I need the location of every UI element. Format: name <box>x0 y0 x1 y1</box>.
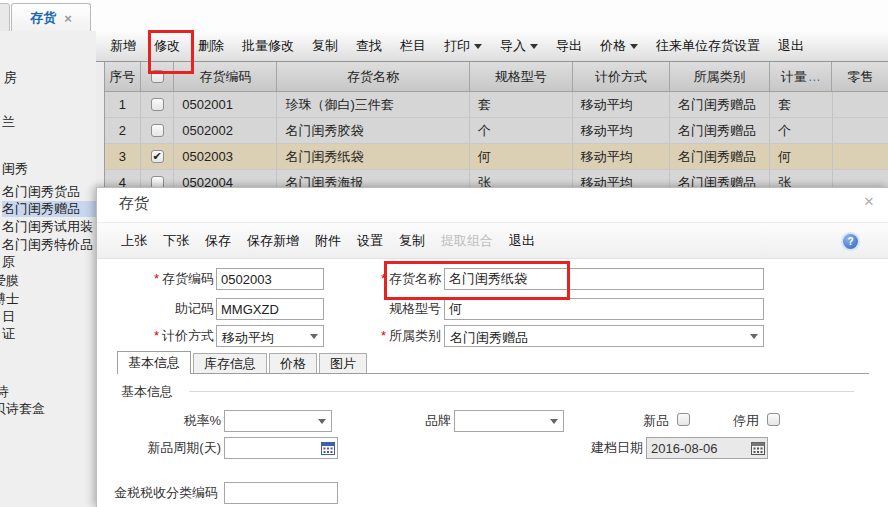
table-row[interactable]: 1 0502001 珍珠（御白)三件套 套 移动平均 名门闺秀赠品 套 <box>105 92 888 118</box>
save-button[interactable]: 保存 <box>205 232 231 250</box>
tab-content-border <box>117 373 869 374</box>
tab-bar: 存货 × <box>0 0 888 32</box>
exit-button[interactable]: 退出 <box>778 37 804 55</box>
extract-combo-button-disabled: 提取组合 <box>441 232 493 250</box>
col-header-code[interactable]: 存货编码 <box>174 62 277 91</box>
col-header-select[interactable] <box>141 62 175 91</box>
sidebar-item-selected[interactable]: 名门闺秀赠品 <box>2 201 96 217</box>
table-row[interactable]: 2 0502002 名门闺秀胶袋 个 移动平均 名门闺秀赠品 个 <box>105 118 888 144</box>
chevron-down-icon <box>750 334 758 339</box>
tax-rate-label: 税率% <box>111 410 221 432</box>
next-record-button[interactable]: 下张 <box>163 232 189 250</box>
table-row-selected[interactable]: 3 ✔ 0502003 名门闺秀纸袋 何 移动平均 名门闺秀赠品 何 <box>105 144 888 170</box>
app-window: 存货 × 房 兰 闺秀 名门闺秀货品 名门闺秀赠品 名门闺秀试用装 名门闺秀特价… <box>0 0 888 507</box>
new-product-checkbox[interactable] <box>677 413 690 426</box>
required-marker: * <box>381 271 386 286</box>
table-header-row: 序号 存货编码 存货名称 规格型号 计价方式 所属类别 计量… 零售 <box>105 62 888 92</box>
copy-button[interactable]: 复制 <box>312 37 338 55</box>
col-header-category[interactable]: 所属类别 <box>670 62 770 91</box>
inventory-dialog: 存货 × 上张 下张 保存 保存新增 附件 设置 复制 提取组合 退出 ? *存… <box>96 187 888 507</box>
find-button[interactable]: 查找 <box>356 37 382 55</box>
help-icon[interactable]: ? <box>843 234 858 249</box>
chevron-down-icon <box>318 419 326 424</box>
partial-tab[interactable] <box>0 3 10 33</box>
save-and-new-button[interactable]: 保存新增 <box>247 232 299 250</box>
sidebar-item[interactable]: 名门闺秀特价品 <box>2 237 93 253</box>
tab-image[interactable]: 图片 <box>319 353 367 374</box>
create-date-label: 建档日期 <box>577 437 643 459</box>
row-checkbox-checked[interactable]: ✔ <box>151 150 164 163</box>
col-header-unit[interactable]: 计量… <box>770 62 832 91</box>
sidebar-item[interactable]: 房 <box>4 70 17 86</box>
col-header-spec[interactable]: 规格型号 <box>470 62 573 91</box>
tax-rate-select[interactable] <box>224 410 332 432</box>
sidebar-item[interactable]: 兰 <box>2 114 15 130</box>
pricing-select[interactable]: 移动平均 <box>216 325 324 347</box>
tab-label: 存货 <box>30 9 56 27</box>
tab-stock-info[interactable]: 库存信息 <box>193 353 267 374</box>
category-select[interactable]: 名门闺秀赠品 <box>444 325 764 347</box>
pricing-label: *计价方式 <box>107 325 214 347</box>
delete-button[interactable]: 删除 <box>198 37 224 55</box>
col-header-name[interactable]: 存货名称 <box>277 62 469 91</box>
name-field[interactable] <box>444 268 764 290</box>
sidebar-item[interactable]: 贝诗套盒 <box>0 401 45 417</box>
columns-button[interactable]: 栏目 <box>400 37 426 55</box>
price-menu-button[interactable]: 价格 <box>600 37 638 55</box>
discontinued-checkbox[interactable] <box>767 413 780 426</box>
exit-button[interactable]: 退出 <box>509 232 535 250</box>
sidebar-item[interactable]: 原 <box>2 254 15 270</box>
sidebar-item[interactable]: 证 <box>2 326 15 342</box>
sidebar-item[interactable]: 名门闺秀试用装 <box>2 219 93 235</box>
code-field[interactable] <box>216 268 324 290</box>
sidebar-item[interactable]: 日 <box>2 309 15 325</box>
col-header-method[interactable]: 计价方式 <box>573 62 670 91</box>
tab-inventory[interactable]: 存货 × <box>11 3 91 33</box>
mnemonic-field[interactable] <box>216 298 324 320</box>
spec-field[interactable] <box>444 298 764 320</box>
sidebar-item[interactable]: 名门闺秀货品 <box>2 184 80 200</box>
partner-inventory-settings-button[interactable]: 往来单位存货设置 <box>656 37 760 55</box>
select-all-checkbox[interactable] <box>151 70 164 83</box>
new-product-label: 新品 <box>643 413 669 429</box>
truncation-ellipsis: … <box>808 69 821 84</box>
sidebar-item[interactable]: 诗 <box>0 384 9 400</box>
sidebar-item[interactable]: 闺秀 <box>2 161 28 177</box>
import-menu-button[interactable]: 导入 <box>500 37 538 55</box>
tab-price[interactable]: 价格 <box>269 353 317 374</box>
tab-basic-info[interactable]: 基本信息 <box>117 351 191 374</box>
calendar-icon <box>751 441 765 455</box>
col-header-no[interactable]: 序号 <box>105 62 141 91</box>
chevron-down-icon <box>310 334 318 339</box>
inventory-table: 序号 存货编码 存货名称 规格型号 计价方式 所属类别 计量… 零售 1 050… <box>104 62 888 191</box>
dialog-tab-bar: 基本信息 库存信息 价格 图片 <box>117 351 367 374</box>
calendar-icon[interactable] <box>321 441 335 455</box>
row-checkbox[interactable] <box>151 124 164 137</box>
export-button[interactable]: 导出 <box>556 37 582 55</box>
settings-button[interactable]: 设置 <box>357 232 383 250</box>
dialog-close-icon[interactable]: × <box>864 192 874 212</box>
modify-button[interactable]: 修改 <box>154 37 180 55</box>
print-menu-button[interactable]: 打印 <box>444 37 482 55</box>
brand-select[interactable] <box>454 410 564 432</box>
attachment-button[interactable]: 附件 <box>315 232 341 250</box>
chevron-down-icon <box>474 44 482 49</box>
category-label: *所属类别 <box>337 325 441 347</box>
required-marker: * <box>154 328 159 343</box>
prev-record-button[interactable]: 上张 <box>121 232 147 250</box>
name-label: *存货名称 <box>337 268 441 290</box>
row-checkbox[interactable] <box>151 98 164 111</box>
add-button[interactable]: 新增 <box>110 37 136 55</box>
dialog-toolbar: 上张 下张 保存 保存新增 附件 设置 复制 提取组合 退出 <box>97 223 888 259</box>
required-marker: * <box>381 328 386 343</box>
main-toolbar: 新增 修改 删除 批量修改 复制 查找 栏目 打印 导入 导出 价格 往来单位存… <box>96 31 888 62</box>
section-title: 基本信息 <box>121 383 173 401</box>
sidebar-item[interactable]: 爱膜 <box>0 273 19 289</box>
sidebar-item[interactable]: 博士 <box>0 291 19 307</box>
tax-class-code-field[interactable] <box>224 482 338 504</box>
batch-modify-button[interactable]: 批量修改 <box>242 37 294 55</box>
tab-close-icon[interactable]: × <box>64 11 72 26</box>
copy-button[interactable]: 复制 <box>399 232 425 250</box>
col-header-retail[interactable]: 零售 <box>832 62 888 91</box>
chevron-down-icon <box>530 44 538 49</box>
